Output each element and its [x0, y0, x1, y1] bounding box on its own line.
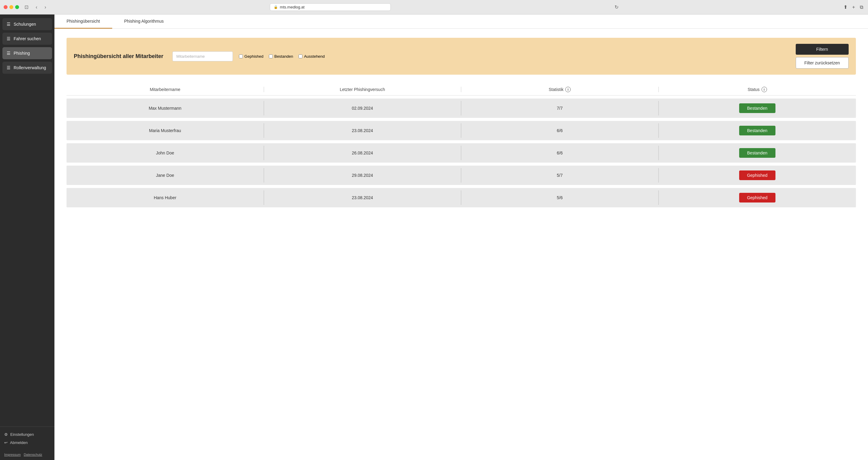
einstellungen-item[interactable]: ⚙ Einstellungen	[4, 430, 50, 438]
sidebar-footer-links: Impressum Datenschutz	[0, 450, 55, 460]
cell-last-attempt: 23.08.2024	[264, 190, 462, 205]
filter-section: Phishingübersicht aller Mitarbeiter Geph…	[66, 38, 856, 75]
cell-last-attempt: 02.09.2024	[264, 101, 462, 116]
filter-button[interactable]: Filtern	[796, 44, 849, 55]
sidebar-label-phishing: Phishing	[13, 51, 30, 56]
abmelden-label: Abmelden	[10, 440, 28, 445]
content-area: Phishingübersicht aller Mitarbeiter Geph…	[55, 29, 868, 220]
app-container: ☰ Schulungen ☰ Fahrer suchen ☰ Phishing …	[0, 14, 868, 460]
sidebar-label-fahrer-suchen: Fahrer suchen	[13, 36, 41, 41]
tab-phishing-algorithmus[interactable]: Phishing Algorithmus	[112, 14, 176, 29]
status-badge: Bestanden	[739, 126, 775, 135]
sidebar-item-phishing[interactable]: ☰ Phishing	[2, 47, 52, 59]
table-row: Jane Doe 29.08.2024 5/7 Gephished	[66, 166, 856, 185]
table-row: Maria Musterfrau 23.08.2024 6/6 Bestande…	[66, 121, 856, 140]
reset-filter-button[interactable]: Filter zurücksetzen	[796, 57, 849, 69]
header-last-attempt: Letzter Phishingversuch	[264, 87, 462, 92]
cell-statistik: 6/6	[461, 123, 659, 138]
back-button[interactable]: ‹	[34, 4, 39, 10]
browser-actions: ⬆ + ⧉	[842, 4, 864, 10]
maximize-button[interactable]	[15, 5, 19, 9]
table-row: Hans Huber 23.08.2024 5/6 Gephished	[66, 188, 856, 207]
cell-status: Bestanden	[659, 99, 856, 118]
cell-name: Jane Doe	[66, 168, 264, 183]
cell-status: Gephished	[659, 166, 856, 185]
url-text: mts.medlog.at	[280, 5, 305, 9]
cell-last-attempt: 23.08.2024	[264, 123, 462, 138]
new-tab-button[interactable]: +	[851, 4, 856, 10]
browser-chrome: ⊡ ‹ › 🔒 mts.medlog.at ↻ ⬆ + ⧉	[0, 0, 868, 14]
forward-button[interactable]: ›	[43, 4, 48, 10]
filter-checkboxes: Gephished Bestanden Ausstehend	[239, 54, 325, 59]
status-badge: Gephished	[739, 170, 775, 180]
cell-status: Bestanden	[659, 121, 856, 140]
share-button[interactable]: ⬆	[842, 4, 849, 10]
table-container: Mitarbeitername Letzter Phishingversuch …	[66, 84, 856, 207]
status-badge: Bestanden	[739, 103, 775, 113]
cell-statistik: 5/6	[461, 190, 659, 205]
checkbox-ausstehend-label[interactable]: Ausstehend	[299, 54, 325, 59]
close-button[interactable]	[4, 5, 7, 9]
sidebar-item-fahrer-suchen[interactable]: ☰ Fahrer suchen	[2, 33, 52, 45]
table-body: Max Mustermann 02.09.2024 7/7 Bestanden …	[66, 99, 856, 207]
sidebar-bottom: ⚙ Einstellungen ↩ Abmelden	[0, 426, 55, 450]
checkbox-gephished-label[interactable]: Gephished	[239, 54, 264, 59]
sidebar-toggle-button[interactable]: ⊡	[23, 4, 30, 10]
sidebar-item-rollenverwaltung[interactable]: ☰ Rollenverwaltung	[2, 62, 52, 74]
address-bar[interactable]: 🔒 mts.medlog.at	[270, 3, 391, 11]
tabs-container: Phishingübersicht Phishing Algorithmus	[55, 14, 868, 29]
list-icon: ☰	[7, 22, 10, 27]
refresh-button[interactable]: ↻	[613, 4, 620, 10]
cell-status: Gephished	[659, 188, 856, 207]
settings-icon: ⚙	[4, 432, 8, 437]
status-badge: Gephished	[739, 193, 775, 202]
table-row: Max Mustermann 02.09.2024 7/7 Bestanden	[66, 99, 856, 118]
checkbox-bestanden[interactable]	[269, 55, 273, 58]
cell-name: John Doe	[66, 146, 264, 160]
header-status: Status i	[659, 87, 856, 92]
status-badge: Bestanden	[739, 148, 775, 158]
mitarbeitername-input[interactable]	[173, 52, 233, 61]
sidebar-label-schulungen: Schulungen	[13, 22, 36, 27]
impressum-link[interactable]: Impressum	[4, 453, 21, 456]
list-icon: ☰	[7, 51, 10, 56]
datenschutz-link[interactable]: Datenschutz	[24, 453, 42, 456]
cell-last-attempt: 26.08.2024	[264, 146, 462, 160]
tabs-overview-button[interactable]: ⧉	[859, 4, 864, 10]
main-content: Phishingübersicht Phishing Algorithmus P…	[55, 14, 868, 460]
filter-title: Phishingübersicht aller Mitarbeiter	[74, 53, 163, 60]
sidebar: ☰ Schulungen ☰ Fahrer suchen ☰ Phishing …	[0, 14, 55, 460]
sidebar-label-rollenverwaltung: Rollenverwaltung	[13, 65, 46, 70]
einstellungen-label: Einstellungen	[10, 432, 34, 437]
statistik-info-icon[interactable]: i	[565, 87, 571, 92]
abmelden-item[interactable]: ↩ Abmelden	[4, 438, 50, 447]
list-icon: ☰	[7, 36, 10, 41]
table-row: John Doe 26.08.2024 6/6 Bestanden	[66, 143, 856, 163]
cell-statistik: 5/7	[461, 168, 659, 183]
cell-statistik: 7/7	[461, 101, 659, 116]
logout-icon: ↩	[4, 440, 7, 445]
cell-statistik: 6/6	[461, 146, 659, 160]
sidebar-item-schulungen[interactable]: ☰ Schulungen	[2, 18, 52, 30]
header-name: Mitarbeitername	[66, 87, 264, 92]
cell-name: Max Mustermann	[66, 101, 264, 116]
cell-name: Hans Huber	[66, 190, 264, 205]
traffic-lights	[4, 5, 19, 9]
list-icon: ☰	[7, 65, 10, 70]
checkbox-gephished[interactable]	[239, 55, 243, 58]
lock-icon: 🔒	[274, 5, 278, 9]
table-header: Mitarbeitername Letzter Phishingversuch …	[66, 84, 856, 96]
cell-last-attempt: 29.08.2024	[264, 168, 462, 183]
sidebar-nav: ☰ Schulungen ☰ Fahrer suchen ☰ Phishing …	[0, 14, 55, 426]
filter-buttons: Filtern Filter zurücksetzen	[796, 44, 849, 69]
checkbox-ausstehend[interactable]	[299, 55, 303, 58]
header-statistik: Statistik i	[461, 87, 659, 92]
checkbox-bestanden-label[interactable]: Bestanden	[269, 54, 293, 59]
status-info-icon[interactable]: i	[762, 87, 767, 92]
cell-name: Maria Musterfrau	[66, 123, 264, 138]
tab-phishinguebersicht[interactable]: Phishingübersicht	[55, 14, 112, 29]
cell-status: Bestanden	[659, 143, 856, 163]
minimize-button[interactable]	[9, 5, 13, 9]
